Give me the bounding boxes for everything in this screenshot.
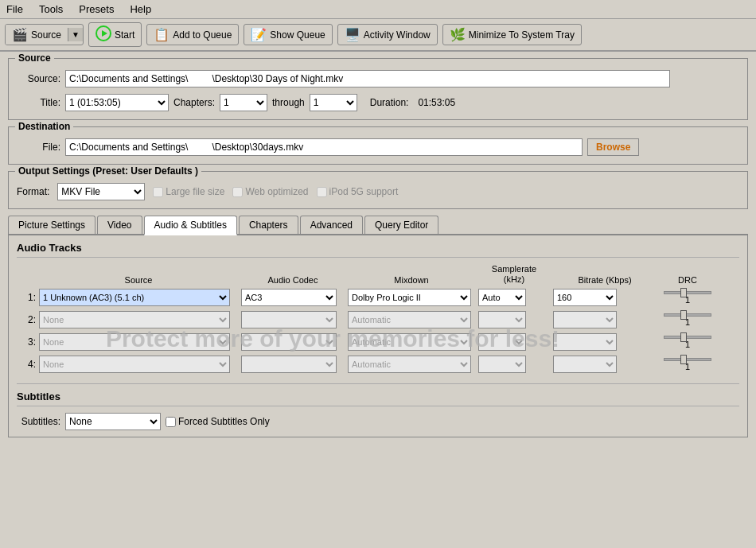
header-source: Source [39, 275, 238, 285]
tabs-container: Picture Settings Video Audio & Subtitles… [8, 216, 748, 235]
minimize-button[interactable]: 🌿 Minimize To System Tray [442, 24, 582, 45]
browse-button[interactable]: Browse [587, 138, 639, 156]
tab-advanced[interactable]: Advanced [300, 216, 363, 234]
header-mixdown: Mixdown [348, 275, 475, 285]
chapters-label: Chapters: [173, 97, 215, 108]
show-queue-button[interactable]: 📝 Show Queue [244, 24, 332, 45]
subtitles-label: Subtitles: [17, 416, 60, 427]
file-row: File: Browse [17, 138, 739, 156]
source-button[interactable]: 🎬 Source ▼ [5, 24, 84, 45]
audio-samplerate-4[interactable] [478, 356, 526, 373]
file-field-label: File: [17, 142, 60, 153]
audio-samplerate-2[interactable] [478, 311, 526, 328]
destination-section: Destination File: Browse [8, 126, 748, 165]
source-input[interactable] [65, 70, 670, 87]
add-to-queue-label: Add to Queue [173, 29, 232, 41]
audio-mixdown-1[interactable]: Dolby Pro Logic II [348, 289, 471, 306]
menu-file[interactable]: File [3, 2, 26, 17]
subtitles-row: Subtitles: None Forced Subtitles Only [17, 413, 739, 430]
tab-picture-settings[interactable]: Picture Settings [8, 216, 95, 234]
audio-codec-1[interactable]: AC3 [241, 289, 337, 306]
tab-query-editor[interactable]: Query Editor [364, 216, 438, 234]
start-label: Start [115, 29, 134, 41]
audio-row-3: 3: None Automatic 1 [17, 331, 739, 353]
large-file-option[interactable]: Large file size [153, 186, 224, 197]
subtitles-section: Subtitles Subtitles: None Forced Subtitl… [17, 383, 739, 430]
audio-source-3[interactable]: None [39, 333, 230, 351]
activity-window-button[interactable]: 🖥️ Activity Window [337, 24, 438, 45]
start-button[interactable]: Start [88, 22, 142, 47]
menu-help[interactable]: Help [127, 2, 154, 17]
minimize-label: Minimize To System Tray [469, 29, 575, 41]
audio-source-2[interactable]: None [39, 311, 230, 328]
source-field-label: Source: [17, 73, 60, 84]
chapters-from-select[interactable]: 1 [220, 94, 267, 111]
header-bitrate: Bitrate (Kbps) [553, 275, 657, 285]
header-codec: Audio Codec [241, 275, 345, 285]
tab-video[interactable]: Video [97, 216, 142, 234]
chapters-to-select[interactable]: 1 [310, 94, 357, 111]
subtitles-select[interactable]: None [65, 413, 161, 430]
audio-row-1-num: 1: [20, 292, 36, 303]
activity-window-label: Activity Window [364, 29, 431, 41]
source-section-title: Source [15, 52, 54, 64]
audio-mixdown-2[interactable]: Automatic [348, 311, 471, 328]
audio-row-2-num: 2: [20, 314, 36, 325]
forced-subtitles-option[interactable]: Forced Subtitles Only [166, 416, 270, 427]
audio-tracks-header: Source Audio Codec Mixdown Samplerate(kH… [17, 262, 739, 286]
add-to-queue-button[interactable]: 📋 Add to Queue [146, 24, 239, 45]
audio-mixdown-4[interactable]: Automatic [348, 356, 471, 373]
menu-presets[interactable]: Presets [76, 2, 117, 17]
audio-codec-3[interactable] [241, 333, 337, 351]
play-circle-icon [95, 25, 111, 44]
menu-tools[interactable]: Tools [36, 2, 66, 17]
audio-drc-4: 1 [660, 358, 715, 371]
audio-mixdown-3[interactable]: Automatic [348, 333, 471, 351]
duration-value: 01:53:05 [418, 97, 455, 108]
tab-audio-subtitles[interactable]: Audio & Subtitles [144, 216, 237, 235]
queue-add-icon: 📋 [154, 27, 170, 42]
audio-codec-2[interactable] [241, 311, 337, 328]
duration-label: Duration: [370, 97, 409, 108]
audio-tracks-title: Audio Tracks [17, 242, 739, 258]
audio-source-4[interactable]: None [39, 356, 230, 373]
show-queue-label: Show Queue [270, 29, 325, 41]
header-samplerate: Samplerate(kHz) [478, 264, 550, 285]
web-optimized-option[interactable]: Web optimized [232, 186, 308, 197]
audio-source-1[interactable]: 1 Unknown (AC3) (5.1 ch) [39, 289, 230, 306]
subtitles-title: Subtitles [17, 391, 739, 406]
output-settings-row: Format: MKV FileMP4 FileAVI File Large f… [17, 183, 739, 200]
audio-drc-1: 1 [660, 291, 715, 305]
audio-codec-4[interactable] [241, 356, 337, 373]
audio-row-3-num: 3: [20, 336, 36, 348]
source-row: Source: [17, 70, 739, 87]
source-label: Source [31, 29, 61, 41]
audio-row-2: 2: None Automatic 1 [17, 309, 739, 331]
menu-bar: File Tools Presets Help [0, 0, 756, 19]
audio-row-4: 4: None Automatic 1 [17, 353, 739, 375]
forced-subtitles-label: Forced Subtitles Only [178, 416, 270, 427]
audio-bitrate-3[interactable] [553, 333, 617, 351]
audio-bitrate-4[interactable] [553, 356, 617, 373]
audio-samplerate-1[interactable]: Auto [478, 289, 526, 306]
audio-samplerate-3[interactable] [478, 333, 526, 351]
source-section: Source Source: Title: 1 (01:53:05) Chapt… [8, 58, 748, 120]
tab-chapters[interactable]: Chapters [239, 216, 298, 234]
output-settings-section: Output Settings (Preset: User Defaults )… [8, 171, 748, 209]
ipod-option[interactable]: iPod 5G support [317, 186, 399, 197]
svg-marker-1 [102, 30, 107, 37]
audio-bitrate-2[interactable] [553, 311, 617, 328]
activity-icon: 🖥️ [345, 27, 360, 42]
header-drc: DRC [660, 275, 715, 285]
through-label: through [272, 97, 305, 108]
audio-row-1: 1: 1 Unknown (AC3) (5.1 ch) AC3 Dolby Pr… [17, 286, 739, 309]
output-settings-title: Output Settings (Preset: User Defaults ) [15, 165, 201, 177]
format-select[interactable]: MKV FileMP4 FileAVI File [57, 183, 145, 200]
audio-bitrate-1[interactable]: 160 [553, 289, 617, 306]
queue-show-icon: 📝 [251, 27, 267, 42]
title-select[interactable]: 1 (01:53:05) [65, 94, 169, 111]
audio-row-4-num: 4: [20, 359, 36, 370]
destination-input[interactable] [65, 138, 583, 156]
format-label: Format: [17, 186, 49, 197]
source-dropdown-arrow[interactable]: ▼ [68, 28, 83, 41]
